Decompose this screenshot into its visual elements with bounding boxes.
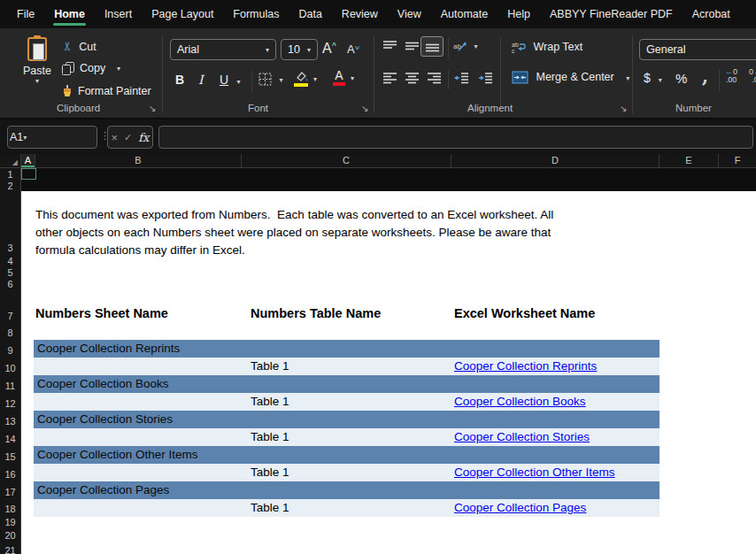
header-numbers-sheet-name[interactable]: Numbers Sheet Name (35, 306, 168, 320)
paste-button[interactable]: Paste ▾ (23, 37, 51, 85)
row-header-2[interactable]: 2 (0, 181, 20, 191)
row-header-13[interactable]: 13 (0, 416, 20, 427)
increase-font-size-button[interactable]: A^ (322, 41, 336, 57)
underline-button[interactable]: U ▾ (220, 73, 241, 87)
worksheet-link[interactable]: Cooper Collection Other Items (454, 464, 615, 481)
worksheet-link[interactable]: Cooper Collection Stories (454, 428, 590, 446)
copy-button[interactable]: Copy ▾ (62, 62, 74, 75)
empty-rows-band[interactable] (21, 168, 756, 191)
font-color-button[interactable]: A ▾ (333, 70, 345, 86)
row-header-7[interactable]: 7 (0, 311, 20, 321)
formula-input[interactable] (158, 126, 753, 149)
row-header-21[interactable]: 21 (0, 545, 20, 554)
column-header-f[interactable]: F (719, 154, 756, 167)
header-excel-worksheet-name[interactable]: Excel Worksheet Name (454, 306, 595, 320)
table-row[interactable]: Table 1 Cooper Collection Reprints (34, 358, 660, 375)
increase-decimal-button[interactable]: ←0 .00 (725, 68, 737, 84)
wrap-text-button[interactable]: ab c Wrap Text (512, 41, 582, 54)
row-header-15[interactable]: 15 (0, 451, 20, 462)
align-middle-button[interactable] (405, 40, 420, 52)
row-header-1[interactable]: 1 (0, 169, 20, 180)
table-row[interactable]: Cooper Collection Reprints (34, 340, 660, 358)
fill-color-button[interactable]: ▾ (294, 71, 309, 87)
row-header-17[interactable]: 17 (0, 487, 20, 497)
select-all-button[interactable]: ◢ (0, 154, 21, 167)
comma-format-button[interactable]: , (702, 65, 708, 87)
align-center-button[interactable] (405, 72, 420, 84)
font-size-select[interactable]: 10 ▾ (281, 39, 318, 60)
currency-format-button[interactable]: $ ▾ (644, 71, 662, 85)
name-box[interactable]: A1 ▾ (7, 126, 97, 149)
row-header-10[interactable]: 10 (0, 363, 20, 373)
column-header-b[interactable]: B (35, 154, 242, 167)
row-header-20[interactable]: 20 (0, 530, 20, 541)
row-header-14[interactable]: 14 (0, 434, 20, 444)
percent-format-button[interactable]: % (675, 71, 687, 86)
align-top-button[interactable] (382, 40, 397, 52)
table-row[interactable]: Cooper Collection Books (34, 375, 660, 393)
tab-home[interactable]: Home (44, 0, 95, 28)
decrease-indent-button[interactable] (454, 72, 469, 84)
table-row[interactable]: Cooper Collection Other Items (34, 446, 660, 464)
alignment-dialog-launcher[interactable]: ↘ (620, 104, 627, 113)
table-row[interactable]: Cooper Collection Stories (34, 411, 660, 428)
cut-button[interactable]: ✂ Cut (62, 39, 96, 53)
tab-automate[interactable]: Automate (431, 0, 498, 28)
table-row[interactable]: Table 1 Cooper Collection Other Items (34, 464, 660, 481)
row-header-6[interactable]: 6 (0, 279, 20, 289)
row-header-5[interactable]: 5 (0, 267, 20, 278)
selected-cell-a1[interactable] (21, 168, 36, 180)
column-header-d[interactable]: D (451, 154, 660, 167)
insert-function-icon[interactable]: fx (138, 131, 149, 144)
table-row[interactable]: Cooper Collection Pages (34, 481, 660, 499)
table-row[interactable]: Table 1 Cooper Collection Stories (34, 428, 660, 446)
tab-abbyy-finereader[interactable]: ABBYY FineReader PDF (540, 0, 683, 28)
increase-indent-button[interactable] (478, 72, 493, 84)
tab-help[interactable]: Help (498, 0, 540, 28)
align-right-button[interactable] (427, 72, 442, 84)
align-left-button[interactable] (382, 72, 397, 84)
align-bottom-button-selected[interactable] (420, 36, 444, 57)
row-header-18[interactable]: 18 (0, 504, 20, 514)
table-row[interactable]: Table 1 Cooper Collection Books (34, 393, 660, 411)
clipboard-dialog-launcher[interactable]: ↘ (149, 104, 156, 113)
tab-formulas[interactable]: Formulas (223, 0, 289, 28)
row-header-9[interactable]: 9 (0, 345, 20, 356)
worksheet-link[interactable]: Cooper Collection Books (454, 393, 586, 411)
confirm-icon[interactable]: ✓ (124, 132, 132, 143)
decrease-decimal-button[interactable]: 0→ .0 (749, 68, 756, 84)
cancel-icon[interactable]: × (112, 131, 119, 144)
worksheet-link[interactable]: Cooper Collection Pages (454, 499, 586, 517)
tab-view[interactable]: View (388, 0, 431, 28)
tab-page-layout[interactable]: Page Layout (142, 0, 223, 28)
tab-acrobat[interactable]: Acrobat (683, 0, 740, 28)
table-row[interactable]: Table 1 Cooper Collection Pages (34, 499, 660, 517)
row-header-16[interactable]: 16 (0, 469, 20, 480)
column-header-c[interactable]: C (242, 154, 451, 167)
font-family-select[interactable]: Arial ▾ (170, 39, 276, 60)
row-header-3[interactable]: 3 (0, 242, 20, 253)
export-notice-cell[interactable]: This document was exported from Numbers.… (35, 206, 553, 259)
header-numbers-table-name[interactable]: Numbers Table Name (251, 306, 381, 320)
row-header-11[interactable]: 11 (0, 381, 20, 391)
decrease-font-size-button[interactable]: A^ (347, 42, 359, 56)
tab-data[interactable]: Data (289, 0, 331, 28)
bold-button[interactable]: B (175, 73, 184, 87)
tab-file[interactable]: File (7, 0, 44, 28)
font-dialog-launcher[interactable]: ↘ (361, 104, 368, 113)
tab-insert[interactable]: Insert (95, 0, 142, 28)
row-header-12[interactable]: 12 (0, 398, 20, 409)
italic-button[interactable]: I (198, 73, 204, 87)
column-header-a[interactable]: A (21, 154, 35, 167)
tab-review[interactable]: Review (332, 0, 388, 28)
row-header-8[interactable]: 8 (0, 327, 20, 338)
worksheet-link[interactable]: Cooper Collection Reprints (454, 358, 597, 375)
orientation-button[interactable]: ab ▾ (453, 39, 478, 53)
row-header-19[interactable]: 19 (0, 517, 20, 527)
format-painter-button[interactable]: Format Painter (60, 85, 73, 98)
merge-center-button[interactable]: Merge & Center ▾ (512, 71, 629, 84)
column-header-e[interactable]: E (660, 154, 719, 167)
number-format-select[interactable]: General (639, 39, 756, 60)
borders-button[interactable]: ▾ (258, 73, 283, 86)
row-header-4[interactable]: 4 (0, 256, 20, 266)
